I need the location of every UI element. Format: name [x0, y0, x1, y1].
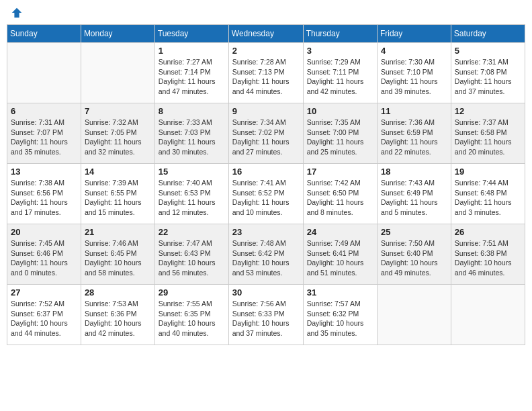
day-number: 4: [381, 46, 447, 56]
calendar-cell: 13Sunrise: 7:38 AM Sunset: 6:56 PM Dayli…: [7, 164, 81, 224]
calendar-week-1: 1Sunrise: 7:27 AM Sunset: 7:14 PM Daylig…: [7, 43, 525, 103]
day-info: Sunrise: 7:31 AM Sunset: 7:08 PM Dayligh…: [455, 57, 521, 97]
day-info: Sunrise: 7:35 AM Sunset: 7:00 PM Dayligh…: [307, 118, 373, 157]
day-info: Sunrise: 7:27 AM Sunset: 7:14 PM Dayligh…: [159, 57, 225, 97]
calendar-header-wednesday: Wednesday: [228, 25, 303, 43]
calendar-header-tuesday: Tuesday: [154, 25, 228, 43]
day-info: Sunrise: 7:31 AM Sunset: 7:07 PM Dayligh…: [11, 118, 77, 157]
calendar-cell: 29Sunrise: 7:55 AM Sunset: 6:35 PM Dayli…: [154, 285, 228, 345]
calendar-cell: 30Sunrise: 7:56 AM Sunset: 6:33 PM Dayli…: [228, 285, 303, 345]
day-number: 15: [159, 167, 225, 177]
day-number: 1: [159, 46, 225, 56]
logo-icon: [11, 7, 23, 19]
day-info: Sunrise: 7:37 AM Sunset: 6:58 PM Dayligh…: [455, 118, 521, 157]
day-info: Sunrise: 7:53 AM Sunset: 6:36 PM Dayligh…: [85, 299, 151, 338]
calendar-cell: 4Sunrise: 7:30 AM Sunset: 7:10 PM Daylig…: [377, 43, 451, 103]
day-number: 8: [159, 106, 225, 116]
calendar-cell: 26Sunrise: 7:51 AM Sunset: 6:38 PM Dayli…: [451, 224, 525, 285]
day-number: 19: [455, 167, 521, 177]
day-info: Sunrise: 7:45 AM Sunset: 6:46 PM Dayligh…: [11, 238, 77, 278]
day-info: Sunrise: 7:55 AM Sunset: 6:35 PM Dayligh…: [159, 299, 225, 338]
day-number: 23: [232, 227, 300, 237]
day-number: 7: [85, 106, 151, 116]
day-info: Sunrise: 7:57 AM Sunset: 6:32 PM Dayligh…: [307, 299, 373, 338]
day-info: Sunrise: 7:34 AM Sunset: 7:02 PM Dayligh…: [232, 118, 300, 157]
calendar-cell: 12Sunrise: 7:37 AM Sunset: 6:58 PM Dayli…: [451, 103, 525, 164]
calendar-cell: 10Sunrise: 7:35 AM Sunset: 7:00 PM Dayli…: [303, 103, 377, 164]
day-number: 9: [232, 106, 300, 116]
calendar-header-saturday: Saturday: [451, 25, 525, 43]
calendar-header-monday: Monday: [81, 25, 154, 43]
day-info: Sunrise: 7:50 AM Sunset: 6:40 PM Dayligh…: [381, 238, 447, 278]
calendar-cell: 1Sunrise: 7:27 AM Sunset: 7:14 PM Daylig…: [154, 43, 228, 103]
day-number: 2: [232, 46, 300, 56]
logo: [9, 7, 23, 19]
day-number: 14: [85, 167, 151, 177]
calendar-cell: 31Sunrise: 7:57 AM Sunset: 6:32 PM Dayli…: [303, 285, 377, 345]
day-info: Sunrise: 7:36 AM Sunset: 6:59 PM Dayligh…: [381, 118, 447, 157]
calendar-cell: 15Sunrise: 7:40 AM Sunset: 6:53 PM Dayli…: [154, 164, 228, 224]
day-info: Sunrise: 7:40 AM Sunset: 6:53 PM Dayligh…: [159, 178, 225, 218]
calendar-cell: 11Sunrise: 7:36 AM Sunset: 6:59 PM Dayli…: [377, 103, 451, 164]
calendar-cell: 28Sunrise: 7:53 AM Sunset: 6:36 PM Dayli…: [81, 285, 154, 345]
calendar-cell: 9Sunrise: 7:34 AM Sunset: 7:02 PM Daylig…: [228, 103, 303, 164]
calendar-cell: [451, 285, 525, 345]
day-info: Sunrise: 7:33 AM Sunset: 7:03 PM Dayligh…: [159, 118, 225, 157]
day-info: Sunrise: 7:52 AM Sunset: 6:37 PM Dayligh…: [11, 299, 77, 338]
page-header: [7, 7, 525, 19]
calendar-cell: 8Sunrise: 7:33 AM Sunset: 7:03 PM Daylig…: [154, 103, 228, 164]
day-number: 21: [85, 227, 151, 237]
day-info: Sunrise: 7:39 AM Sunset: 6:55 PM Dayligh…: [85, 178, 151, 218]
day-number: 30: [232, 287, 300, 298]
day-number: 27: [11, 287, 77, 298]
day-number: 24: [307, 227, 373, 237]
calendar-cell: 21Sunrise: 7:46 AM Sunset: 6:45 PM Dayli…: [81, 224, 154, 285]
svg-marker-0: [12, 8, 21, 17]
day-number: 17: [307, 167, 373, 177]
calendar-cell: 24Sunrise: 7:49 AM Sunset: 6:41 PM Dayli…: [303, 224, 377, 285]
day-info: Sunrise: 7:44 AM Sunset: 6:48 PM Dayligh…: [455, 178, 521, 218]
calendar-week-5: 27Sunrise: 7:52 AM Sunset: 6:37 PM Dayli…: [7, 285, 525, 345]
day-number: 29: [159, 287, 225, 298]
day-info: Sunrise: 7:30 AM Sunset: 7:10 PM Dayligh…: [381, 57, 447, 97]
day-number: 11: [381, 106, 447, 116]
day-info: Sunrise: 7:47 AM Sunset: 6:43 PM Dayligh…: [159, 238, 225, 278]
calendar-header-thursday: Thursday: [303, 25, 377, 43]
calendar-cell: [377, 285, 451, 345]
day-number: 22: [159, 227, 225, 237]
calendar-cell: [7, 43, 81, 103]
calendar-cell: [81, 43, 154, 103]
day-number: 5: [455, 46, 521, 56]
calendar-cell: 18Sunrise: 7:43 AM Sunset: 6:49 PM Dayli…: [377, 164, 451, 224]
day-number: 10: [307, 106, 373, 116]
calendar-cell: 16Sunrise: 7:41 AM Sunset: 6:52 PM Dayli…: [228, 164, 303, 224]
day-number: 18: [381, 167, 447, 177]
calendar-cell: 3Sunrise: 7:29 AM Sunset: 7:11 PM Daylig…: [303, 43, 377, 103]
calendar-header-friday: Friday: [377, 25, 451, 43]
calendar-cell: 27Sunrise: 7:52 AM Sunset: 6:37 PM Dayli…: [7, 285, 81, 345]
day-info: Sunrise: 7:29 AM Sunset: 7:11 PM Dayligh…: [307, 57, 373, 97]
day-number: 13: [11, 167, 77, 177]
calendar-table: SundayMondayTuesdayWednesdayThursdayFrid…: [7, 24, 525, 345]
calendar-week-2: 6Sunrise: 7:31 AM Sunset: 7:07 PM Daylig…: [7, 103, 525, 164]
day-info: Sunrise: 7:48 AM Sunset: 6:42 PM Dayligh…: [232, 238, 300, 278]
day-number: 12: [455, 106, 521, 116]
calendar-cell: 5Sunrise: 7:31 AM Sunset: 7:08 PM Daylig…: [451, 43, 525, 103]
calendar-cell: 22Sunrise: 7:47 AM Sunset: 6:43 PM Dayli…: [154, 224, 228, 285]
day-number: 6: [11, 106, 77, 116]
calendar-week-3: 13Sunrise: 7:38 AM Sunset: 6:56 PM Dayli…: [7, 164, 525, 224]
day-number: 31: [307, 287, 373, 298]
calendar-cell: 23Sunrise: 7:48 AM Sunset: 6:42 PM Dayli…: [228, 224, 303, 285]
calendar-cell: 2Sunrise: 7:28 AM Sunset: 7:13 PM Daylig…: [228, 43, 303, 103]
day-info: Sunrise: 7:43 AM Sunset: 6:49 PM Dayligh…: [381, 178, 447, 218]
calendar-cell: 19Sunrise: 7:44 AM Sunset: 6:48 PM Dayli…: [451, 164, 525, 224]
calendar-cell: 25Sunrise: 7:50 AM Sunset: 6:40 PM Dayli…: [377, 224, 451, 285]
day-info: Sunrise: 7:32 AM Sunset: 7:05 PM Dayligh…: [85, 118, 151, 157]
day-info: Sunrise: 7:46 AM Sunset: 6:45 PM Dayligh…: [85, 238, 151, 278]
day-info: Sunrise: 7:51 AM Sunset: 6:38 PM Dayligh…: [455, 238, 521, 278]
calendar-header-sunday: Sunday: [7, 25, 81, 43]
day-number: 16: [232, 167, 300, 177]
calendar-cell: 6Sunrise: 7:31 AM Sunset: 7:07 PM Daylig…: [7, 103, 81, 164]
calendar-header-row: SundayMondayTuesdayWednesdayThursdayFrid…: [7, 25, 525, 43]
day-number: 3: [307, 46, 373, 56]
